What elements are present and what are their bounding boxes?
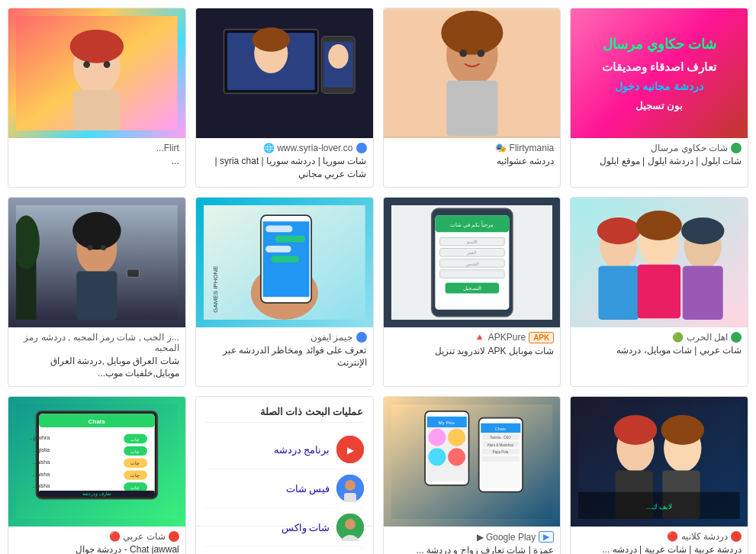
card-3-4-source-icon: [169, 531, 179, 542]
girls-selfie-svg: [578, 198, 740, 327]
card-2-1[interactable]: اهل الحرب 🟢 شات عربي | شات موبايل، دردشه: [570, 197, 748, 388]
wax-chat-icon: [336, 514, 364, 541]
card-1-4-meta: Flirt... ...: [8, 138, 185, 174]
card-1-3-source-name: www.syria-lover.co 🌐: [263, 143, 353, 153]
svg-rect-59: [127, 269, 140, 277]
svg-text:Tamina - CEO: Tamina - CEO: [490, 436, 511, 440]
svg-text:العمر: العمر: [466, 250, 477, 256]
card-3-4-source-name: شات عربي 🔴: [109, 531, 166, 542]
svg-text:تعارف ودردشة: تعارف ودردشة: [82, 491, 111, 497]
svg-rect-27: [599, 266, 639, 320]
svg-text:aisha...: aisha...: [32, 459, 50, 465]
svg-rect-77: [448, 429, 465, 446]
card-3-4-image: Chats jawhra... چات qistia... چات aisha.…: [8, 397, 185, 527]
svg-rect-95: [344, 493, 356, 502]
svg-rect-71: [391, 404, 553, 519]
search-related-label-2: فيس شات: [286, 483, 330, 494]
card-3-1-source-icon: [731, 531, 742, 542]
svg-rect-87: [482, 456, 520, 462]
live-icon: ▶: [336, 436, 364, 463]
svg-text:چات: چات: [130, 472, 140, 478]
svg-text:الاسم: الاسم: [466, 239, 477, 245]
card-1-4[interactable]: Flirt... ...: [8, 8, 186, 188]
card-1-1-text1: شات حكاوي مرسال: [603, 32, 716, 56]
svg-point-22: [597, 217, 640, 243]
card-2-4-source: ...ز الحب , شات رمز المحبه , دردشه رمز ا…: [14, 332, 179, 353]
tablet-chat-svg: Chats jawhra... چات qistia... چات aisha.…: [16, 397, 178, 527]
card-3-4[interactable]: Chats jawhra... چات qistia... چات aisha.…: [8, 396, 186, 554]
svg-point-4: [459, 50, 467, 57]
card-3-4-source: شات عربي 🔴: [14, 531, 179, 542]
search-related-thumb-3: [336, 514, 364, 541]
svg-point-64: [614, 415, 657, 445]
card-1-3-source-icon: [356, 143, 367, 153]
card-2-2-image: مرحباً بكم في شات الاسم العمر الجنس التس…: [384, 198, 561, 327]
card-1-3-image: [196, 8, 373, 138]
card-2-1-source-icon: [731, 332, 742, 343]
svg-text:aisha...: aisha...: [32, 472, 50, 477]
card-1-1-text2: تعارف اصدقاء وصديقات: [602, 56, 716, 77]
card-2-4-meta: ...ز الحب , شات رمز المحبه , دردشه رمز ا…: [8, 327, 185, 387]
search-related-box: عمليات البحث ذات الصلة ▶ برنامج دردشه: [196, 397, 373, 527]
svg-text:مرحباً بكم في شات: مرحباً بكم في شات: [450, 221, 494, 228]
svg-rect-48: [265, 225, 292, 232]
svg-point-55: [72, 211, 121, 249]
card-1-1-image: شات حكاوي مرسال تعارف اصدقاء وصديقات درد…: [571, 8, 748, 138]
card-3-2-source: ▶ Google Play ▶: [390, 531, 555, 543]
svg-point-97: [345, 519, 355, 530]
card-1-4-source-name: Flirt...: [156, 143, 179, 153]
svg-point-2: [441, 11, 503, 55]
card-1-3[interactable]: www.syria-lover.co 🌐 شات سوريا | دردشه س…: [195, 8, 374, 188]
card-2-3-desc: تعرف على فوائد ومخاطر الدردشه عبر الإنتر…: [202, 344, 367, 370]
face-chat-icon: [336, 475, 364, 502]
card-3-1[interactable]: لايف ك... دردشة كلانيه 🔴 دردشة عربية | ش…: [570, 396, 748, 554]
svg-rect-49: [275, 235, 305, 242]
svg-point-24: [636, 211, 682, 240]
svg-point-16: [70, 30, 124, 63]
woman-silhouette: [384, 8, 561, 138]
card-1-1-text4: بون تسجيل: [635, 97, 684, 114]
svg-text:jawhra...: jawhra...: [29, 435, 50, 441]
svg-rect-28: [638, 264, 680, 318]
card-1-1-source-name: شات حكاوي مرسال: [651, 143, 728, 153]
svg-rect-3: [446, 81, 498, 136]
card-2-4[interactable]: ...ز الحب , شات رمز المحبه , دردشه رمز ا…: [8, 197, 186, 388]
svg-point-66: [661, 415, 704, 445]
svg-text:التسجيل: التسجيل: [462, 285, 481, 291]
svg-rect-51: [271, 256, 299, 263]
card-1-2-source-name: Flirtymania 🎭: [495, 143, 554, 153]
search-related-item-1[interactable]: ▶ برنامج دردشه: [205, 430, 364, 469]
search-related-item-3[interactable]: شات واكس: [205, 508, 364, 547]
card-2-3[interactable]: GAMES IPHONE جيمز ايفون تعرف على فوائد و…: [195, 197, 374, 388]
svg-point-94: [345, 480, 355, 491]
svg-text:چات: چات: [130, 436, 140, 443]
svg-text:چات: چات: [130, 449, 140, 455]
card-1-1[interactable]: شات حكاوي مرسال تعارف اصدقاء وصديقات درد…: [570, 8, 748, 188]
card-2-3-source: جيمز ايفون: [202, 332, 367, 343]
svg-rect-56: [76, 271, 117, 320]
dark-woman-svg: [16, 198, 178, 327]
card-3-1-image: لايف ك...: [571, 397, 748, 527]
svg-point-58: [101, 245, 106, 250]
search-related-label-1: برنامج دردشه: [274, 444, 330, 456]
svg-text:My Pics: My Pics: [438, 420, 455, 425]
search-related-title: عمليات البحث ذات الصلة: [205, 406, 364, 423]
card-3-2[interactable]: My Pics Chats Tamina - CEO Klara & Maind…: [383, 396, 561, 554]
card-2-2[interactable]: مرحباً بكم في شات الاسم العمر الجنس التس…: [383, 197, 561, 388]
card-2-1-meta: اهل الحرب 🟢 شات عربي | شات موبايل، دردشه: [571, 327, 748, 363]
card-3-4-meta: شات عربي 🔴 Chat jawwal - دردشة جوال: [8, 527, 185, 554]
search-related-item-2[interactable]: فيس شات: [205, 469, 364, 508]
svg-rect-81: [481, 424, 520, 488]
svg-rect-50: [265, 246, 291, 253]
card-2-3-source-name: جيمز ايفون: [310, 332, 352, 343]
card-1-1-meta: شات حكاوي مرسال شات ايلول | دردشة ايلول …: [571, 138, 748, 174]
card-1-2[interactable]: Flirtymania 🎭 دردشه عشوائيه: [383, 8, 561, 188]
svg-text:Chats: Chats: [495, 427, 506, 431]
card-3-2-desc: عمزة | شات تعارف زواج و دردشة ...: [390, 544, 555, 554]
image-grid: شات حكاوي مرسال تعارف اصدقاء وصديقات درد…: [0, 0, 756, 554]
card-2-1-source: اهل الحرب 🟢: [577, 332, 742, 343]
svg-point-18: [83, 61, 90, 68]
svg-text:GAMES IPHONE: GAMES IPHONE: [211, 266, 218, 312]
svg-point-13: [328, 44, 348, 69]
card-2-4-image: [8, 198, 185, 327]
